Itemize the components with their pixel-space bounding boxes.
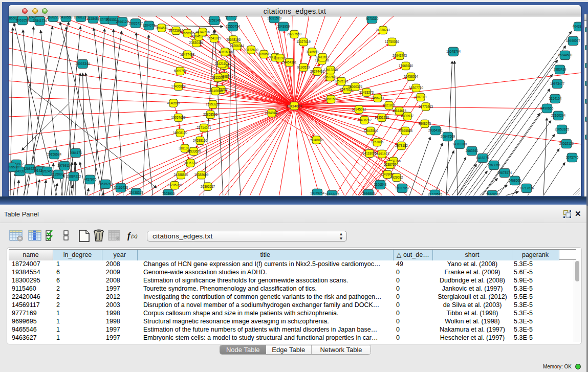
svg-text:20166438: 20166438	[114, 186, 128, 189]
svg-text:20515263: 20515263	[98, 182, 113, 186]
svg-text:20364361: 20364361	[428, 128, 443, 132]
svg-text:15149848: 15149848	[208, 89, 223, 93]
svg-text:12412612: 12412612	[315, 55, 330, 59]
svg-text:19973477: 19973477	[550, 82, 565, 85]
svg-text:3343959: 3343959	[277, 25, 290, 28]
svg-text:23884213: 23884213	[67, 174, 81, 178]
svg-text:20562129: 20562129	[559, 142, 574, 145]
svg-text:3456213: 3456213	[372, 96, 384, 100]
svg-text:7910827: 7910827	[486, 193, 499, 195]
svg-text:2999883: 2999883	[362, 192, 375, 195]
svg-text:2946120: 2946120	[116, 20, 129, 24]
svg-text:9308575: 9308575	[419, 122, 431, 125]
svg-text:19678574: 19678574	[497, 171, 512, 174]
svg-text:18622670: 18622670	[323, 75, 338, 79]
svg-text:24330241: 24330241	[376, 28, 390, 32]
svg-text:12477488: 12477488	[180, 53, 195, 56]
svg-text:10057659: 10057659	[171, 116, 186, 119]
svg-text:3035728: 3035728	[184, 161, 197, 165]
svg-text:20392657: 20392657	[201, 185, 215, 188]
svg-text:13132690: 13132690	[244, 48, 259, 52]
svg-text:4961630: 4961630	[219, 50, 231, 54]
svg-text:3106848: 3106848	[374, 183, 387, 186]
svg-text:18981216: 18981216	[74, 16, 89, 19]
svg-text:23858526: 23858526	[203, 113, 218, 116]
svg-text:12643564: 12643564	[363, 129, 378, 133]
svg-text:8321837: 8321837	[383, 103, 396, 107]
svg-text:15244500: 15244500	[558, 53, 573, 57]
svg-text:22714041: 22714041	[197, 126, 211, 129]
svg-text:22438378: 22438378	[129, 191, 144, 194]
svg-text:(x): (x)	[131, 233, 138, 239]
svg-text:7031971: 7031971	[274, 56, 287, 60]
svg-text:19937057: 19937057	[395, 186, 410, 190]
svg-text:17665640: 17665640	[399, 64, 413, 68]
svg-text:24388850: 24388850	[174, 173, 189, 177]
svg-text:4929082: 4929082	[390, 176, 403, 179]
svg-text:20274461: 20274461	[310, 70, 325, 73]
svg-text:3075745: 3075745	[566, 156, 579, 159]
svg-text:14310388: 14310388	[452, 142, 467, 146]
svg-text:21433273: 21433273	[359, 91, 374, 94]
svg-text:18026717: 18026717	[128, 21, 143, 25]
svg-text:20458054: 20458054	[404, 75, 419, 78]
svg-text:16307710: 16307710	[409, 86, 424, 90]
svg-text:23421603: 23421603	[214, 62, 229, 65]
svg-text:20647509: 20647509	[441, 135, 455, 138]
svg-text:24894472: 24894472	[325, 193, 340, 195]
svg-text:4457975: 4457975	[84, 178, 97, 181]
svg-text:2563055: 2563055	[488, 163, 500, 167]
svg-text:20156684: 20156684	[47, 152, 62, 156]
svg-text:17565588: 17565588	[398, 129, 413, 133]
svg-text:6638767: 6638767	[384, 163, 397, 166]
svg-text:7064171: 7064171	[70, 151, 82, 155]
svg-text:12750036: 12750036	[385, 40, 400, 43]
svg-text:3307301: 3307301	[415, 95, 427, 99]
svg-text:14351230: 14351230	[375, 116, 389, 119]
svg-text:2620223: 2620223	[47, 16, 60, 19]
svg-text:23285250: 23285250	[167, 183, 182, 187]
svg-text:2663941: 2663941	[466, 149, 478, 152]
svg-text:11527619: 11527619	[296, 40, 311, 43]
svg-text:17613348: 17613348	[323, 68, 338, 72]
svg-text:20943743: 20943743	[393, 54, 407, 57]
svg-text:25775363: 25775363	[419, 105, 433, 108]
svg-text:16060376: 16060376	[348, 85, 363, 89]
svg-text:3883910: 3883910	[225, 16, 238, 17]
svg-text:10661588: 10661588	[324, 97, 339, 101]
svg-text:1757086: 1757086	[371, 140, 384, 144]
svg-text:15550734: 15550734	[226, 25, 241, 28]
svg-text:16648794: 16648794	[446, 50, 461, 53]
svg-text:15031529: 15031529	[267, 16, 282, 20]
svg-text:21770515: 21770515	[428, 192, 443, 195]
svg-text:11541029: 11541029	[207, 36, 222, 40]
svg-text:3604511: 3604511	[156, 26, 168, 30]
svg-text:24538166: 24538166	[193, 139, 208, 142]
svg-text:19799114: 19799114	[57, 164, 72, 167]
svg-text:6099754: 6099754	[174, 69, 187, 73]
svg-text:9075310: 9075310	[366, 17, 379, 20]
svg-text:19725914: 19725914	[169, 29, 184, 32]
svg-text:23830434: 23830434	[189, 41, 204, 45]
svg-text:2978182: 2978182	[395, 144, 408, 147]
svg-text:15347616: 15347616	[195, 30, 210, 34]
svg-text:22053165: 22053165	[555, 127, 570, 131]
svg-text:3430558: 3430558	[60, 16, 73, 19]
svg-text:10717675: 10717675	[519, 186, 534, 190]
svg-text:5468605: 5468605	[509, 179, 521, 182]
svg-text:15953222: 15953222	[206, 102, 221, 106]
svg-text:13495588: 13495588	[9, 165, 18, 169]
svg-text:25533636: 25533636	[187, 149, 202, 153]
svg-text:11388699: 11388699	[194, 173, 209, 177]
svg-text:4269227: 4269227	[24, 167, 36, 170]
svg-text:22160294: 22160294	[551, 114, 566, 117]
svg-text:24454361: 24454361	[282, 60, 297, 64]
svg-text:10549441: 10549441	[265, 111, 279, 115]
svg-text:11350932: 11350932	[51, 172, 66, 176]
svg-text:5154104: 5154104	[549, 97, 562, 100]
svg-text:3746598: 3746598	[306, 50, 319, 54]
svg-text:6061658: 6061658	[16, 18, 29, 22]
svg-text:16908100: 16908100	[173, 131, 188, 135]
svg-text:8204075: 8204075	[143, 24, 156, 27]
svg-text:13945012: 13945012	[352, 107, 366, 111]
